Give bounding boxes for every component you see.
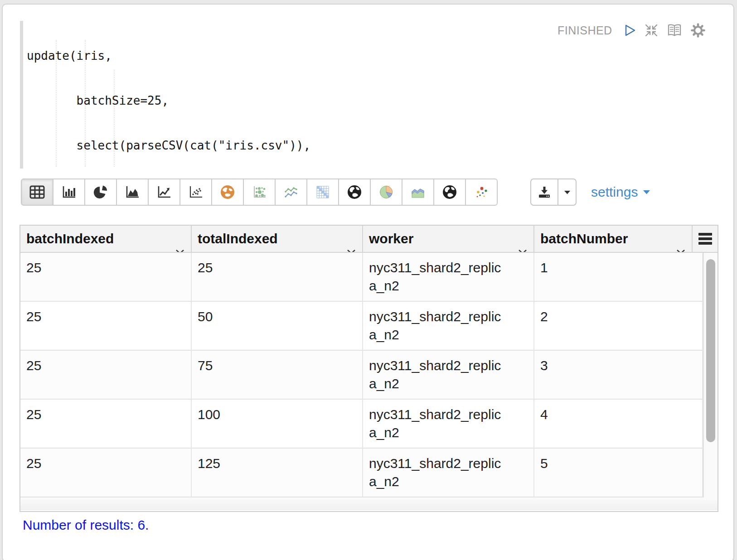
results-count-text: Number of results: 6. (23, 517, 149, 533)
cell-batchIndexed: 25 (20, 449, 192, 497)
cell-worker: nyc311_shard2_replica_n2 (363, 351, 534, 400)
table-row: 25 50 nyc311_shard2_replica_n2 2 (20, 302, 718, 351)
gear-icon[interactable] (690, 23, 706, 38)
chart-type-bubble-button[interactable] (243, 179, 276, 206)
cell-batchNumber: 4 (534, 400, 703, 449)
download-options-button[interactable] (558, 179, 577, 206)
paragraph-controls: FINISHED (558, 22, 706, 39)
stream-chart-icon (411, 185, 425, 199)
chart-type-pie-button[interactable] (84, 179, 117, 206)
chart-type-world-map-button[interactable] (211, 179, 244, 206)
compress-icon[interactable] (644, 23, 659, 38)
paragraph-card: update(iris, batchSize=25, select(parseC… (2, 4, 734, 560)
book-icon[interactable] (666, 23, 683, 38)
chart-type-heatmap-button[interactable] (306, 179, 339, 206)
table-row: 25 75 nyc311_shard2_replica_n2 3 (20, 351, 718, 400)
scatter-chart-icon (189, 185, 203, 199)
table-body: 25 25 nyc311_shard2_replica_n2 1 25 50 n… (20, 253, 718, 497)
cell-totalIndexed: 25 (192, 253, 363, 302)
hamburger-menu-icon (698, 231, 712, 246)
cell-batchNumber: 2 (534, 302, 703, 351)
area-chart-icon (125, 185, 140, 199)
cell-totalIndexed: 100 (192, 400, 363, 449)
chart-type-table-button[interactable] (21, 179, 53, 206)
world-map-icon (220, 184, 235, 200)
cell-batchNumber: 3 (534, 351, 703, 400)
chart-type-multi-line-button[interactable] (275, 179, 307, 206)
code-line: batchSize=25, (27, 93, 346, 108)
caret-down-icon (643, 190, 650, 194)
heatmap-icon (316, 185, 330, 199)
cell-worker: nyc311_shard2_replica_n2 (363, 449, 534, 497)
table-footer-strip (20, 497, 718, 510)
chart-type-colored-scatter-button[interactable] (465, 179, 498, 206)
status-badge: FINISHED (558, 24, 612, 37)
chevron-down-icon[interactable] (676, 237, 685, 252)
cell-batchIndexed: 25 (20, 302, 192, 351)
caret-down-icon (564, 190, 571, 194)
play-icon[interactable] (623, 24, 636, 37)
chart-type-stream-button[interactable] (402, 179, 434, 206)
chart-type-scatter-button[interactable] (179, 179, 212, 206)
cell-batchIndexed: 25 (20, 351, 192, 400)
chevron-down-icon[interactable] (175, 237, 184, 252)
settings-label: settings (591, 184, 638, 200)
line-chart-icon (157, 185, 171, 199)
chart-type-colored-pie-button[interactable] (370, 179, 402, 206)
column-header-batchNumber[interactable]: batchNumber (534, 226, 693, 252)
download-split-button (530, 179, 577, 206)
table-row: 25 25 nyc311_shard2_replica_n2 1 (20, 253, 718, 302)
colored-pie-chart-icon (379, 185, 393, 199)
column-header-totalIndexed[interactable]: totalIndexed (192, 226, 363, 252)
cell-batchNumber: 1 (534, 253, 703, 302)
cell-totalIndexed: 75 (192, 351, 363, 400)
column-header-label: batchIndexed (26, 231, 114, 246)
scrollbar-thumb[interactable] (706, 259, 715, 442)
globe-icon (347, 184, 362, 200)
settings-dropdown[interactable]: settings (591, 179, 650, 206)
table-header-row: batchIndexed totalIndexed worker batchNu… (20, 226, 718, 253)
download-icon (537, 185, 552, 199)
table-icon (29, 185, 45, 199)
cell-worker: nyc311_shard2_replica_n2 (363, 302, 534, 351)
cell-worker: nyc311_shard2_replica_n2 (363, 400, 534, 449)
cell-totalIndexed: 125 (192, 449, 363, 497)
column-header-label: batchNumber (540, 231, 628, 246)
globe-icon (442, 184, 457, 200)
cell-worker: nyc311_shard2_replica_n2 (363, 253, 534, 302)
chart-type-area-button[interactable] (116, 179, 149, 206)
bar-chart-icon (62, 185, 76, 199)
results-table: batchIndexed totalIndexed worker batchNu… (19, 225, 718, 512)
multi-line-chart-icon (284, 185, 298, 199)
chevron-down-icon[interactable] (518, 237, 527, 252)
code-line: update(iris, (27, 48, 346, 63)
editor-gutter-bar (20, 21, 23, 169)
cell-totalIndexed: 50 (192, 302, 363, 351)
download-button[interactable] (530, 179, 558, 206)
table-row: 25 100 nyc311_shard2_replica_n2 4 (20, 400, 718, 449)
column-header-label: totalIndexed (198, 231, 278, 246)
chart-type-toolbar (21, 179, 498, 206)
colored-scatter-chart-icon (474, 185, 489, 199)
chart-type-line-button[interactable] (148, 179, 180, 206)
pie-chart-icon (93, 185, 108, 199)
chart-type-bar-button[interactable] (53, 179, 85, 206)
table-row: 25 125 nyc311_shard2_replica_n2 5 (20, 449, 718, 497)
column-header-batchIndexed[interactable]: batchIndexed (20, 226, 192, 252)
vertical-scrollbar[interactable] (703, 253, 718, 497)
column-header-worker[interactable]: worker (363, 226, 534, 252)
grid-menu-button[interactable] (693, 226, 718, 252)
chart-type-globe-button[interactable] (338, 179, 371, 206)
chart-type-globe-2-button[interactable] (433, 179, 466, 206)
cell-batchNumber: 5 (534, 449, 703, 497)
cell-batchIndexed: 25 (20, 253, 192, 302)
column-header-label: worker (369, 231, 413, 246)
chevron-down-icon[interactable] (347, 237, 356, 252)
bubble-chart-icon (252, 185, 267, 199)
cell-batchIndexed: 25 (20, 400, 192, 449)
code-line: select(parseCSV(cat("iris.csv")), (27, 138, 346, 153)
